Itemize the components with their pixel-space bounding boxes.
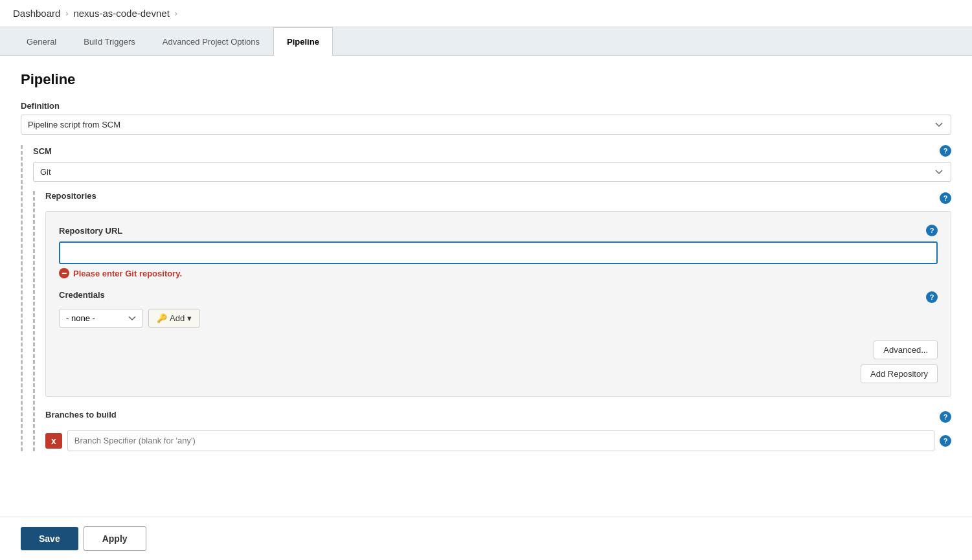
- scm-label: SCM: [33, 146, 52, 156]
- tab-general[interactable]: General: [13, 27, 70, 56]
- credentials-help-icon[interactable]: ?: [926, 291, 938, 303]
- scm-select[interactable]: Git: [33, 162, 951, 182]
- scm-header-row: SCM ?: [33, 145, 951, 157]
- definition-label: Definition: [21, 101, 951, 111]
- credentials-select[interactable]: - none -: [59, 309, 143, 328]
- add-repository-button[interactable]: Add Repository: [861, 364, 938, 383]
- branch-specifier-input[interactable]: [67, 430, 934, 451]
- branches-help-icon[interactable]: ?: [940, 411, 951, 423]
- scm-section: SCM ? Git Repositories ? Repository URL …: [21, 145, 951, 451]
- repositories-section: Repositories ? Repository URL ? − Please…: [33, 191, 951, 451]
- action-buttons: Advanced... Add Repository: [59, 341, 938, 383]
- tab-pipeline[interactable]: Pipeline: [273, 27, 333, 56]
- add-credentials-label: Add: [170, 313, 185, 323]
- main-content: Pipeline Definition Pipeline script from…: [0, 56, 972, 551]
- delete-branch-button[interactable]: x: [45, 433, 62, 449]
- repositories-help-icon[interactable]: ?: [940, 192, 951, 204]
- definition-select[interactable]: Pipeline script from SCM: [21, 115, 951, 135]
- credentials-header: Credentials ?: [59, 290, 938, 304]
- definition-section: Definition Pipeline script from SCM: [21, 101, 951, 135]
- branches-label: Branches to build: [45, 410, 117, 420]
- credentials-section: Credentials ? - none - 🔑 Add ▾: [59, 290, 938, 328]
- scm-help-icon[interactable]: ?: [940, 145, 951, 157]
- tab-build-triggers[interactable]: Build Triggers: [70, 27, 148, 56]
- tab-bar: General Build Triggers Advanced Project …: [0, 27, 972, 56]
- save-bar: Save Apply: [0, 517, 972, 551]
- breadcrumb-arrow-1: ›: [65, 9, 68, 18]
- repo-url-input[interactable]: [59, 241, 938, 264]
- page-title: Pipeline: [21, 71, 951, 88]
- add-credentials-button[interactable]: 🔑 Add ▾: [148, 309, 200, 328]
- credentials-controls: - none - 🔑 Add ▾: [59, 309, 938, 328]
- key-icon: 🔑: [157, 313, 167, 323]
- repositories-header-row: Repositories ?: [45, 191, 951, 205]
- repo-box: Repository URL ? − Please enter Git repo…: [45, 211, 951, 397]
- credentials-label: Credentials: [59, 290, 105, 300]
- add-credentials-chevron: ▾: [187, 313, 192, 323]
- repo-url-help-icon[interactable]: ?: [926, 225, 938, 236]
- branches-section: Branches to build ? x ?: [45, 410, 951, 451]
- breadcrumb-project: nexus-as-code-devnet: [73, 8, 169, 19]
- repositories-label: Repositories: [45, 191, 96, 201]
- breadcrumb-dashboard[interactable]: Dashboard: [13, 8, 60, 19]
- save-button[interactable]: Save: [21, 527, 78, 550]
- breadcrumb-arrow-2: ›: [175, 9, 177, 18]
- error-text: Please enter Git repository.: [73, 269, 182, 278]
- repo-url-error: − Please enter Git repository.: [59, 268, 938, 278]
- error-icon: −: [59, 268, 69, 278]
- tab-advanced-project-options[interactable]: Advanced Project Options: [149, 27, 273, 56]
- branches-row: x ?: [45, 430, 951, 451]
- branches-header: Branches to build ?: [45, 410, 951, 423]
- repo-url-label: Repository URL: [59, 226, 122, 236]
- advanced-button[interactable]: Advanced...: [874, 341, 938, 359]
- branches-input-wrapper: [67, 430, 934, 451]
- branch-specifier-help-icon[interactable]: ?: [940, 435, 951, 447]
- apply-button[interactable]: Apply: [84, 526, 146, 551]
- repo-url-header: Repository URL ?: [59, 225, 938, 236]
- breadcrumb: Dashboard › nexus-as-code-devnet ›: [0, 0, 972, 27]
